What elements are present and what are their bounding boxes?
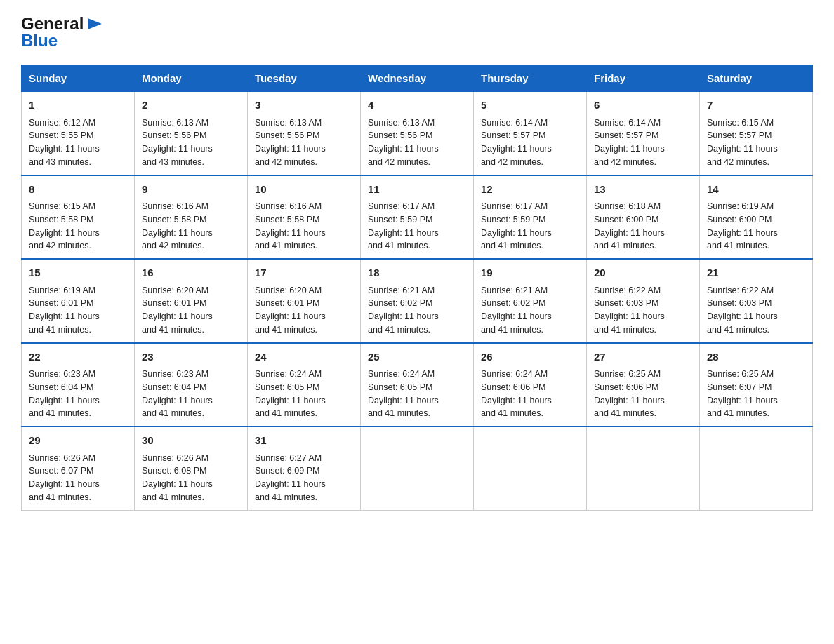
day-number: 25 (368, 349, 466, 365)
daylight-label: Daylight: 11 hours (29, 228, 100, 238)
logo-flag-icon (85, 14, 105, 34)
day-number: 9 (142, 182, 240, 198)
calendar-cell: 12Sunrise: 6:17 AMSunset: 5:59 PMDayligh… (474, 175, 587, 260)
daylight-label: Daylight: 11 hours (707, 144, 778, 154)
sunrise-label: Sunrise: 6:22 AM (594, 286, 661, 295)
daylight-label: Daylight: 11 hours (255, 479, 326, 489)
calendar-cell: 22Sunrise: 6:23 AMSunset: 6:04 PMDayligh… (22, 343, 135, 427)
calendar-week-row: 15Sunrise: 6:19 AMSunset: 6:01 PMDayligh… (22, 259, 813, 343)
calendar-cell: 27Sunrise: 6:25 AMSunset: 6:06 PMDayligh… (587, 343, 700, 427)
daylight-label: Daylight: 11 hours (481, 396, 552, 405)
sunrise-label: Sunrise: 6:13 AM (142, 118, 208, 128)
calendar-cell: 21Sunrise: 6:22 AMSunset: 6:03 PMDayligh… (700, 259, 813, 343)
daylight-minutes: and 41 minutes. (368, 408, 430, 418)
page-header: General Blue (21, 14, 813, 51)
calendar-cell: 16Sunrise: 6:20 AMSunset: 6:01 PMDayligh… (135, 259, 248, 343)
daylight-minutes: and 41 minutes. (707, 408, 769, 418)
daylight-label: Daylight: 11 hours (255, 144, 326, 154)
day-number: 23 (142, 349, 240, 365)
sunset-label: Sunset: 5:56 PM (368, 130, 432, 140)
day-number: 21 (707, 265, 805, 281)
daylight-minutes: and 42 minutes. (142, 241, 204, 250)
daylight-label: Daylight: 11 hours (142, 396, 213, 405)
calendar-table: SundayMondayTuesdayWednesdayThursdayFrid… (21, 65, 813, 511)
sunrise-label: Sunrise: 6:16 AM (142, 201, 208, 211)
sunrise-label: Sunrise: 6:12 AM (29, 118, 95, 128)
calendar-cell: 28Sunrise: 6:25 AMSunset: 6:07 PMDayligh… (700, 343, 813, 427)
day-number: 28 (707, 349, 805, 365)
calendar-cell: 23Sunrise: 6:23 AMSunset: 6:04 PMDayligh… (135, 343, 248, 427)
sunrise-label: Sunrise: 6:17 AM (481, 201, 548, 211)
day-number: 10 (255, 182, 353, 198)
sunrise-label: Sunrise: 6:13 AM (368, 118, 435, 128)
daylight-minutes: and 41 minutes. (594, 241, 656, 250)
sunrise-label: Sunrise: 6:24 AM (255, 369, 322, 379)
daylight-label: Daylight: 11 hours (481, 144, 552, 154)
daylight-minutes: and 43 minutes. (29, 157, 91, 167)
daylight-label: Daylight: 11 hours (29, 311, 100, 321)
sunrise-label: Sunrise: 6:16 AM (255, 201, 322, 211)
sunrise-label: Sunrise: 6:23 AM (142, 369, 208, 379)
sunset-label: Sunset: 5:59 PM (368, 215, 432, 224)
sunrise-label: Sunrise: 6:21 AM (481, 286, 548, 295)
sunset-label: Sunset: 6:04 PM (29, 382, 93, 392)
calendar-cell: 17Sunrise: 6:20 AMSunset: 6:01 PMDayligh… (248, 259, 361, 343)
daylight-minutes: and 41 minutes. (368, 241, 430, 250)
sunrise-label: Sunrise: 6:20 AM (142, 286, 208, 295)
daylight-label: Daylight: 11 hours (142, 144, 213, 154)
daylight-label: Daylight: 11 hours (255, 396, 326, 405)
calendar-cell: 11Sunrise: 6:17 AMSunset: 5:59 PMDayligh… (361, 175, 474, 260)
day-number: 19 (481, 265, 579, 281)
day-number: 16 (142, 265, 240, 281)
sunset-label: Sunset: 5:59 PM (481, 215, 545, 224)
daylight-label: Daylight: 11 hours (368, 228, 439, 238)
sunset-label: Sunset: 6:02 PM (368, 298, 432, 308)
sunset-label: Sunset: 6:06 PM (594, 382, 658, 392)
daylight-minutes: and 41 minutes. (481, 408, 543, 418)
sunrise-label: Sunrise: 6:17 AM (368, 201, 435, 211)
sunrise-label: Sunrise: 6:14 AM (594, 118, 661, 128)
sunset-label: Sunset: 5:56 PM (142, 130, 206, 140)
sunset-label: Sunset: 5:56 PM (255, 130, 319, 140)
sunrise-label: Sunrise: 6:26 AM (142, 453, 208, 463)
calendar-cell: 9Sunrise: 6:16 AMSunset: 5:58 PMDaylight… (135, 175, 248, 260)
daylight-minutes: and 42 minutes. (368, 157, 430, 167)
daylight-label: Daylight: 11 hours (255, 311, 326, 321)
daylight-minutes: and 42 minutes. (29, 241, 91, 250)
daylight-label: Daylight: 11 hours (707, 396, 778, 405)
day-number: 1 (29, 98, 127, 114)
sunset-label: Sunset: 6:03 PM (707, 298, 772, 308)
calendar-cell: 4Sunrise: 6:13 AMSunset: 5:56 PMDaylight… (361, 92, 474, 175)
sunrise-label: Sunrise: 6:15 AM (707, 118, 774, 128)
days-of-week-row: SundayMondayTuesdayWednesdayThursdayFrid… (22, 65, 813, 92)
day-number: 5 (481, 98, 579, 114)
day-number: 12 (481, 182, 579, 198)
daylight-minutes: and 41 minutes. (255, 241, 317, 250)
sunrise-label: Sunrise: 6:13 AM (255, 118, 322, 128)
sunset-label: Sunset: 6:06 PM (481, 382, 545, 392)
sunrise-label: Sunrise: 6:23 AM (29, 369, 95, 379)
calendar-header: SundayMondayTuesdayWednesdayThursdayFrid… (22, 65, 813, 92)
day-number: 2 (142, 98, 240, 114)
day-number: 26 (481, 349, 579, 365)
sunset-label: Sunset: 6:00 PM (707, 215, 772, 224)
day-number: 11 (368, 182, 466, 198)
calendar-cell: 24Sunrise: 6:24 AMSunset: 6:05 PMDayligh… (248, 343, 361, 427)
daylight-minutes: and 42 minutes. (255, 157, 317, 167)
svg-marker-0 (88, 18, 102, 29)
calendar-cell: 15Sunrise: 6:19 AMSunset: 6:01 PMDayligh… (22, 259, 135, 343)
calendar-cell (474, 427, 587, 510)
sunrise-label: Sunrise: 6:24 AM (368, 369, 435, 379)
sunrise-label: Sunrise: 6:21 AM (368, 286, 435, 295)
day-number: 7 (707, 98, 805, 114)
sunrise-label: Sunrise: 6:18 AM (594, 201, 661, 211)
calendar-cell: 8Sunrise: 6:15 AMSunset: 5:58 PMDaylight… (22, 175, 135, 260)
daylight-minutes: and 41 minutes. (707, 325, 769, 335)
day-number: 31 (255, 433, 353, 449)
daylight-label: Daylight: 11 hours (368, 311, 439, 321)
daylight-label: Daylight: 11 hours (29, 479, 100, 489)
sunset-label: Sunset: 6:01 PM (142, 298, 206, 308)
daylight-label: Daylight: 11 hours (594, 311, 665, 321)
sunrise-label: Sunrise: 6:22 AM (707, 286, 774, 295)
daylight-minutes: and 41 minutes. (255, 325, 317, 335)
